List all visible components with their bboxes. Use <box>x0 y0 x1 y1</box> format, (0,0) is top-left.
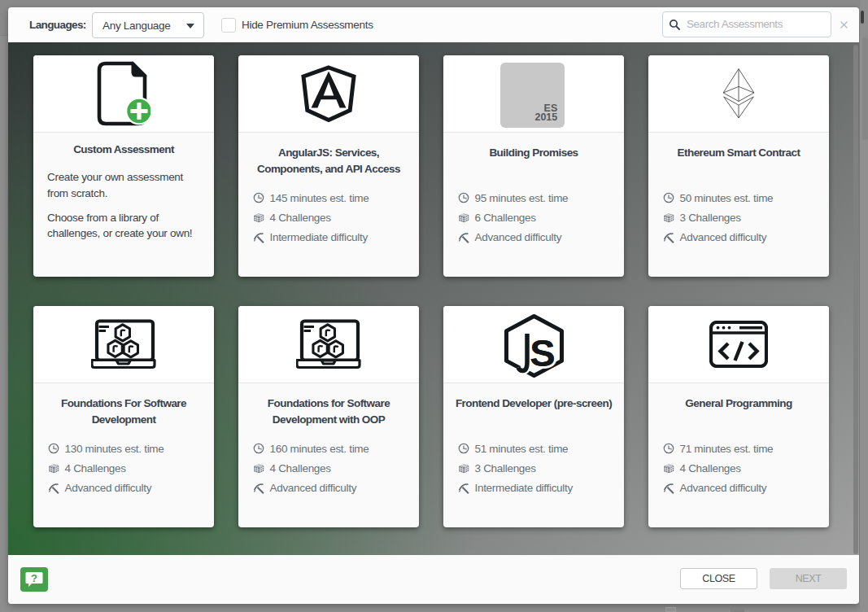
svg-text:S: S <box>530 331 555 374</box>
svg-text:?: ? <box>31 572 37 584</box>
